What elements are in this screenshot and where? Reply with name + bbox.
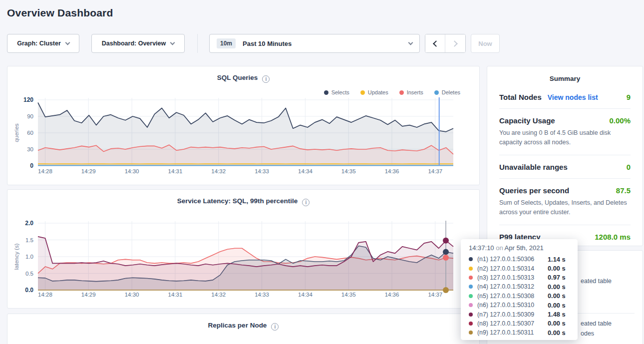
info-icon[interactable]: i: [302, 199, 310, 206]
service-latency-title: Service Latency: SQL, 99th percentile: [177, 197, 298, 205]
chevron-left-icon: [433, 40, 439, 47]
tooltip-node-label: (n5) 127.0.0.1:50308: [477, 293, 548, 300]
svg-text:14:30: 14:30: [125, 168, 139, 174]
legend-label: Selects: [331, 89, 349, 95]
svg-text:120: 120: [23, 96, 33, 103]
summary-queries-per-second: Queries per second 87.5 Sum of Selects, …: [499, 178, 631, 225]
tooltip-time: 14:37:10: [469, 244, 494, 252]
replicas-per-node-panel: Replicas per Nodei: [7, 314, 480, 344]
legend-dot-icon: [360, 90, 365, 95]
svg-text:14:37: 14:37: [428, 168, 442, 174]
tooltip-node-value: 0.00 s: [548, 283, 566, 291]
svg-text:30: 30: [27, 146, 33, 152]
node-color-dot-icon: [469, 267, 473, 271]
svg-text:14:34: 14:34: [298, 292, 313, 298]
tooltip-node-value: 1.14 s: [548, 256, 566, 263]
tooltip-row: (n4) 127.0.0.1:503120.00 s: [469, 282, 570, 291]
info-icon[interactable]: i: [262, 75, 270, 83]
service-latency-chart[interactable]: 14:2814:2914:3014:3114:3214:3314:3414:35…: [7, 216, 479, 302]
tooltip-node-value: 1.48 s: [548, 311, 566, 318]
legend-dot-icon: [434, 90, 439, 95]
svg-text:1.0: 1.0: [25, 254, 33, 260]
dashboard-dropdown[interactable]: Dashboard: Overview: [91, 34, 185, 53]
tooltip-node-label: (n2) 127.0.0.1:50314: [477, 265, 548, 272]
node-color-dot-icon: [469, 303, 473, 307]
time-range-picker[interactable]: 10m Past 10 Minutes: [209, 34, 420, 53]
time-window-badge: 10m: [217, 38, 236, 48]
event-fragment-line: odes: [581, 329, 612, 339]
svg-text:14:31: 14:31: [168, 292, 183, 298]
tooltip-node-label: (n1) 127.0.0.1:50306: [477, 256, 548, 263]
event-item-fragment[interactable]: eated table odes: [581, 319, 612, 339]
tooltip-row: (n8) 127.0.0.1:503070.00 s: [469, 319, 570, 328]
node-color-dot-icon: [469, 257, 473, 261]
event-item-fragment[interactable]: eated table: [581, 277, 612, 287]
sql-queries-title: SQL Queries: [217, 74, 258, 81]
legend-dot-icon: [399, 90, 404, 95]
tooltip-node-label: (n4) 127.0.0.1:50312: [477, 283, 548, 290]
tooltip-node-label: (n3) 127.0.0.1:50313: [477, 274, 548, 281]
tooltip-node-value: 0.97 s: [548, 274, 566, 281]
total-nodes-label: Total Nodes: [499, 93, 542, 101]
page-root: Overview Dashboard Graph: Cluster Dashbo…: [0, 0, 644, 344]
toolbar: Graph: Cluster Dashboard: Overview 10m P…: [7, 34, 500, 53]
tooltip-row: (n5) 127.0.0.1:503080.00 s: [469, 292, 570, 301]
legend-item-inserts[interactable]: Inserts: [399, 89, 423, 95]
chart-legend: SelectsUpdatesInsertsDeletes: [324, 89, 460, 95]
page-title: Overview Dashboard: [7, 7, 113, 19]
replicas-per-node-title: Replicas per Node: [208, 322, 267, 329]
graph-dropdown-label: Graph: Cluster: [17, 40, 61, 47]
node-color-dot-icon: [469, 331, 473, 335]
tooltip-row: (n7) 127.0.0.1:503091.48 s: [469, 310, 570, 319]
svg-text:14:35: 14:35: [341, 292, 356, 298]
tooltip-node-label: (n8) 127.0.0.1:50307: [477, 320, 548, 327]
prev-range-button[interactable]: [425, 34, 445, 52]
view-nodes-list-link[interactable]: View nodes list: [548, 93, 598, 101]
tooltip-rows: (n1) 127.0.0.1:503061.14 s(n2) 127.0.0.1…: [469, 255, 570, 338]
toolbar-divider: [197, 34, 198, 53]
svg-text:14:33: 14:33: [255, 168, 269, 174]
chart-title: Replicas per Nodei: [7, 314, 479, 331]
qps-desc: Sum of Selects, Updates, Inserts, and De…: [499, 198, 631, 218]
info-icon[interactable]: i: [271, 323, 279, 331]
qps-label: Queries per second: [499, 186, 569, 195]
legend-label: Inserts: [407, 89, 423, 95]
summary-heading: Summary: [499, 66, 631, 85]
svg-text:14:36: 14:36: [385, 292, 399, 298]
time-pager: [425, 34, 466, 53]
summary-capacity-usage: Capacity Usage 0.00% You are using 0 B o…: [499, 108, 631, 155]
node-color-dot-icon: [469, 285, 473, 289]
svg-text:14:31: 14:31: [168, 168, 183, 174]
svg-text:1.5: 1.5: [25, 237, 33, 243]
legend-dot-icon: [324, 90, 328, 95]
tooltip-node-value: 0.00 s: [548, 265, 566, 272]
tooltip-node-value: 0.00 s: [548, 320, 566, 327]
summary-panel: Summary Total Nodes View nodes list 9 Ca…: [487, 66, 643, 246]
svg-text:2.0: 2.0: [25, 220, 33, 227]
capacity-usage-label: Capacity Usage: [499, 116, 555, 125]
capacity-usage-desc: You are using 0 B of 4.5 GiB usable disk…: [499, 128, 631, 148]
sql-queries-chart[interactable]: 14:2814:2914:3014:3114:3214:3314:3414:35…: [7, 95, 479, 179]
svg-text:14:36: 14:36: [385, 168, 399, 174]
svg-text:14:32: 14:32: [211, 292, 226, 298]
legend-label: Updates: [368, 89, 388, 95]
capacity-usage-value: 0.00%: [609, 116, 631, 125]
svg-text:queries: queries: [13, 123, 19, 142]
tooltip-node-label: (n6) 127.0.0.1:50310: [477, 302, 548, 309]
legend-item-deletes[interactable]: Deletes: [434, 89, 460, 95]
now-button[interactable]: Now: [471, 34, 500, 53]
svg-text:14:28: 14:28: [38, 292, 52, 298]
next-range-button[interactable]: [445, 34, 465, 52]
legend-label: Deletes: [442, 89, 460, 95]
graph-dropdown[interactable]: Graph: Cluster: [7, 34, 79, 53]
tooltip-node-label: (n7) 127.0.0.1:50309: [477, 311, 548, 318]
legend-item-selects[interactable]: Selects: [324, 89, 349, 95]
svg-text:14:30: 14:30: [125, 292, 139, 298]
svg-text:14:34: 14:34: [298, 168, 313, 174]
qps-value: 87.5: [616, 186, 631, 195]
svg-text:90: 90: [27, 113, 33, 119]
legend-item-updates[interactable]: Updates: [360, 89, 388, 95]
tooltip-timestamp: 14:37:10 on Apr 5th, 2021: [469, 244, 570, 252]
tooltip-row: (n6) 127.0.0.1:503100.00 s: [469, 301, 570, 310]
unavailable-ranges-label: Unavailable ranges: [499, 163, 568, 171]
